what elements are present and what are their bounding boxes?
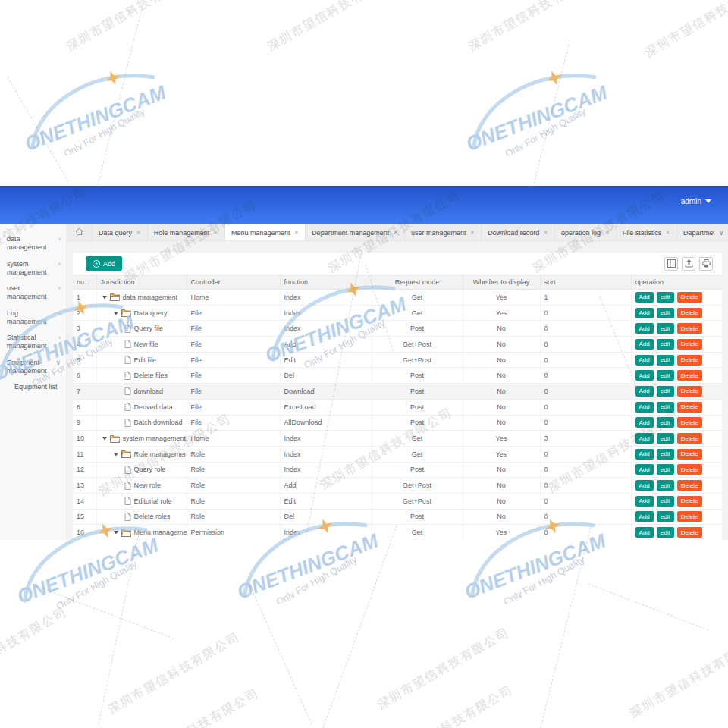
edit-row-button[interactable]: edit bbox=[657, 449, 674, 460]
add-row-button[interactable]: Add bbox=[635, 339, 654, 350]
tab-operation-log[interactable]: operation log✕ bbox=[555, 224, 617, 240]
export-icon[interactable] bbox=[682, 257, 695, 271]
add-row-button[interactable]: Add bbox=[635, 402, 654, 413]
print-icon[interactable] bbox=[699, 257, 713, 271]
add-row-button[interactable]: Add bbox=[635, 323, 654, 334]
delete-row-button[interactable]: Delete bbox=[677, 355, 702, 366]
edit-row-button[interactable]: edit bbox=[657, 496, 674, 507]
edit-row-button[interactable]: edit bbox=[657, 511, 674, 522]
edit-row-button[interactable]: edit bbox=[657, 433, 674, 444]
add-row-button[interactable]: Add bbox=[635, 417, 654, 428]
tab-data-query[interactable]: Data query✕ bbox=[93, 224, 148, 240]
edit-row-button[interactable]: edit bbox=[657, 308, 674, 318]
tree-collapse-icon[interactable] bbox=[113, 310, 119, 316]
tab-label: File statistics bbox=[623, 229, 662, 237]
tab-department-management[interactable]: Department management✕ bbox=[306, 224, 405, 240]
filter-columns-icon[interactable] bbox=[664, 257, 678, 271]
user-menu[interactable]: admin bbox=[681, 197, 711, 206]
tab-file-statistics[interactable]: File statistics✕ bbox=[617, 224, 677, 240]
tab-user-management[interactable]: user management✕ bbox=[405, 224, 482, 240]
edit-row-button[interactable]: edit bbox=[657, 386, 674, 397]
add-row-button[interactable]: Add bbox=[635, 464, 654, 475]
delete-row-button[interactable]: Delete bbox=[677, 308, 702, 318]
add-row-button[interactable]: Add bbox=[635, 355, 654, 366]
edit-row-button[interactable]: edit bbox=[657, 464, 674, 475]
add-row-button[interactable]: Add bbox=[635, 308, 654, 318]
table-row: 1data managementHomeIndexGetYes1AddeditD… bbox=[73, 290, 722, 306]
close-icon[interactable]: ✕ bbox=[604, 229, 610, 236]
delete-row-button[interactable]: Delete bbox=[677, 323, 702, 334]
add-button[interactable]: + Add bbox=[86, 256, 122, 271]
file-icon bbox=[124, 419, 131, 427]
delete-row-button[interactable]: Delete bbox=[677, 292, 702, 303]
add-row-button[interactable]: Add bbox=[635, 386, 654, 397]
delete-row-button[interactable]: Delete bbox=[677, 527, 702, 538]
edit-row-button[interactable]: edit bbox=[657, 370, 674, 381]
table-row: 8Derived dataFileExcelLoadPostNo0Addedit… bbox=[73, 399, 722, 415]
tab-home[interactable] bbox=[67, 224, 93, 240]
tab-download-record[interactable]: Download record✕ bbox=[482, 224, 555, 240]
add-row-button[interactable]: Add bbox=[635, 480, 654, 491]
close-icon[interactable]: ✕ bbox=[543, 229, 548, 236]
add-row-button[interactable]: Add bbox=[635, 511, 654, 522]
cell-display: No bbox=[463, 462, 540, 478]
edit-row-button[interactable]: edit bbox=[657, 402, 674, 413]
cell-display: No bbox=[463, 509, 540, 525]
sidebar-item-statistical-management[interactable]: Statistical management‹ bbox=[0, 330, 66, 355]
sidebar-subitem-equipment-list[interactable]: Equipment list bbox=[0, 379, 66, 394]
cell-jurisdiction: Derived data bbox=[96, 399, 187, 415]
cell-controller: Role bbox=[187, 446, 280, 462]
delete-row-button[interactable]: Delete bbox=[677, 496, 702, 507]
tree-collapse-icon[interactable] bbox=[113, 451, 119, 457]
close-icon[interactable]: ✕ bbox=[665, 229, 670, 236]
add-row-button[interactable]: Add bbox=[635, 370, 654, 381]
delete-row-button[interactable]: Delete bbox=[677, 417, 702, 428]
sidebar-item-log-management[interactable]: Log management‹ bbox=[0, 306, 66, 331]
tab-overflow-button[interactable]: ∨ bbox=[714, 224, 728, 240]
delete-row-button[interactable]: Delete bbox=[677, 464, 702, 475]
tree-collapse-icon[interactable] bbox=[113, 529, 119, 535]
delete-row-button[interactable]: Delete bbox=[677, 433, 702, 444]
edit-row-button[interactable]: edit bbox=[657, 527, 674, 538]
delete-row-button[interactable]: Delete bbox=[677, 339, 702, 350]
sidebar-item-data-management[interactable]: data management‹ bbox=[0, 231, 66, 256]
close-icon[interactable]: ✕ bbox=[213, 229, 218, 236]
delete-row-button[interactable]: Delete bbox=[677, 386, 702, 397]
admin-app: admin data management‹system management‹… bbox=[0, 186, 728, 540]
menu-name: Batch download bbox=[134, 419, 183, 426]
sidebar-item-equipment-management[interactable]: Equipment management∨ bbox=[0, 355, 66, 380]
cell-request-mode: Get+Post bbox=[372, 493, 463, 509]
delete-row-button[interactable]: Delete bbox=[677, 480, 702, 491]
delete-row-button[interactable]: Delete bbox=[677, 402, 702, 413]
cell-sort: 0 bbox=[540, 509, 631, 525]
sidebar-item-system-management[interactable]: system management‹ bbox=[0, 256, 66, 281]
delete-row-button[interactable]: Delete bbox=[677, 449, 702, 460]
close-icon[interactable]: ✕ bbox=[294, 229, 300, 236]
add-row-button[interactable]: Add bbox=[635, 433, 654, 444]
add-row-button[interactable]: Add bbox=[635, 449, 654, 460]
edit-row-button[interactable]: edit bbox=[657, 355, 674, 366]
add-row-button[interactable]: Add bbox=[635, 496, 654, 507]
edit-row-button[interactable]: edit bbox=[657, 292, 674, 303]
tab-menu-management[interactable]: Menu management✕ bbox=[225, 224, 306, 240]
close-icon[interactable]: ✕ bbox=[393, 229, 398, 236]
add-row-button[interactable]: Add bbox=[635, 527, 654, 538]
delete-row-button[interactable]: Delete bbox=[677, 370, 702, 381]
close-icon[interactable]: ✕ bbox=[470, 229, 475, 236]
cell-request-mode: Post bbox=[372, 368, 463, 384]
tab-role-management[interactable]: Role management✕ bbox=[148, 224, 225, 240]
sidebar-item-label: Statistical management bbox=[7, 334, 57, 351]
tree-collapse-icon[interactable] bbox=[102, 435, 108, 441]
add-row-button[interactable]: Add bbox=[635, 292, 654, 303]
edit-row-button[interactable]: edit bbox=[657, 480, 674, 491]
delete-row-button[interactable]: Delete bbox=[677, 511, 702, 522]
edit-row-button[interactable]: edit bbox=[657, 417, 674, 428]
file-icon bbox=[124, 482, 131, 490]
tree-collapse-icon[interactable] bbox=[102, 294, 108, 300]
caret-down-icon bbox=[705, 199, 711, 203]
edit-row-button[interactable]: edit bbox=[657, 339, 674, 350]
cell-function: ExcelLoad bbox=[280, 399, 372, 415]
sidebar-item-user-management[interactable]: user management‹ bbox=[0, 281, 66, 306]
edit-row-button[interactable]: edit bbox=[657, 323, 674, 334]
close-icon[interactable]: ✕ bbox=[136, 229, 141, 236]
